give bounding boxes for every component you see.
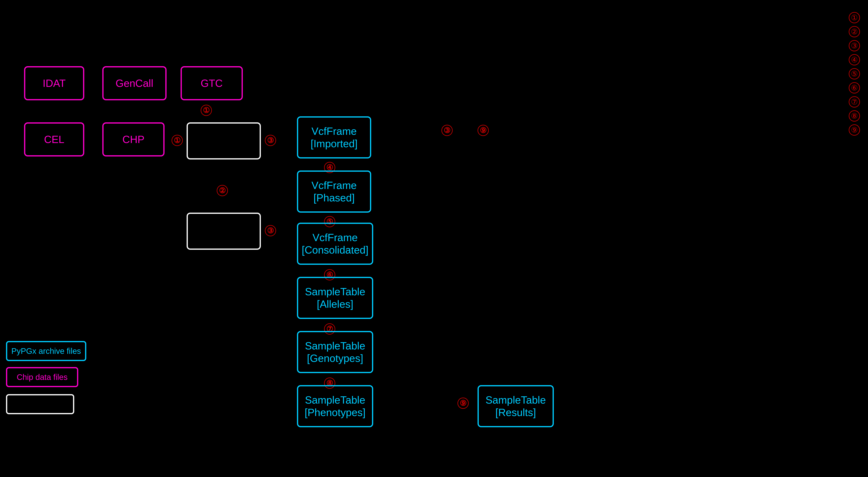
legend-plain (6, 394, 74, 414)
vcf-consolidated-label: VcfFrame [Consolidated] (302, 231, 368, 256)
circled-3-right: ③ (441, 125, 453, 136)
sampletable-genotypes-node: SampleTable [Genotypes] (297, 331, 373, 373)
ann-3-whitebox1: ③ (265, 134, 276, 146)
vcf-phased-label: VcfFrame [Phased] (311, 179, 356, 204)
gtc-label: GTC (200, 77, 223, 90)
legend-chip-label: Chip data files (17, 372, 67, 382)
sidebar-step-8: ⑧ (849, 110, 860, 122)
gencall-label: GenCall (116, 77, 153, 90)
cel-label: CEL (44, 133, 64, 146)
ann-2: ② (217, 185, 228, 196)
sidebar-step-1: ① (849, 12, 860, 23)
circled-1-whitebox: ① (172, 135, 183, 146)
sidebar-step-4: ④ (849, 54, 860, 65)
sampletable-alleles-node: SampleTable [Alleles] (297, 277, 373, 319)
sampletable-alleles-label: SampleTable [Alleles] (305, 285, 365, 311)
ann-1-gtc: ① (200, 104, 212, 116)
circled-9-right: ⑨ (477, 125, 489, 136)
sidebar-step-6: ⑥ (849, 82, 860, 93)
sampletable-genotypes-label: SampleTable [Genotypes] (305, 340, 365, 365)
gencall-node: GenCall (102, 66, 166, 100)
ann-3-right: ③ (441, 124, 453, 136)
white-box-1 (187, 122, 261, 159)
sampletable-phenotypes-label: SampleTable [Phenotypes] (305, 394, 366, 419)
sidebar-step-7: ⑦ (849, 96, 860, 107)
white-box-2 (187, 213, 261, 250)
vcf-consolidated-node: VcfFrame [Consolidated] (297, 223, 373, 265)
circled-9-left: ⑨ (458, 398, 469, 409)
chp-label: CHP (122, 133, 145, 146)
legend-pypgx-label: PyPGx archive files (11, 346, 81, 356)
legend-chip: Chip data files (6, 367, 78, 387)
sidebar-step-3: ③ (849, 40, 860, 51)
cel-node: CEL (24, 122, 84, 156)
ann-9-right: ⑨ (477, 124, 489, 136)
sidebar-step-5: ⑤ (849, 68, 860, 80)
vcf-phased-node: VcfFrame [Phased] (297, 170, 371, 213)
vcf-imported-node: VcfFrame [Imported] (297, 116, 371, 158)
sampletable-phenotypes-node: SampleTable [Phenotypes] (297, 385, 373, 427)
idat-label: IDAT (43, 77, 66, 90)
circled-3-wb1: ③ (265, 135, 276, 146)
legend-pypgx: PyPGx archive files (6, 341, 86, 361)
ann-1-whitebox: ① (172, 134, 183, 146)
ann-9-left: ⑨ (458, 397, 469, 409)
ann-3-whitebox2: ③ (265, 225, 276, 236)
gtc-node: GTC (181, 66, 243, 100)
sidebar-numbers: ① ② ③ ④ ⑤ ⑥ ⑦ ⑧ ⑨ (849, 12, 860, 136)
sampletable-results-node: SampleTable [Results] (477, 385, 554, 427)
chp-node: CHP (102, 122, 164, 156)
idat-node: IDAT (24, 66, 84, 100)
vcf-imported-label: VcfFrame [Imported] (311, 125, 358, 150)
sidebar-step-9: ⑨ (849, 124, 860, 136)
circled-2: ② (217, 185, 228, 196)
circled-1-gtc: ① (200, 105, 212, 116)
sidebar-step-2: ② (849, 26, 860, 37)
circled-3-wb2: ③ (265, 225, 276, 236)
sampletable-results-label: SampleTable [Results] (486, 394, 546, 419)
